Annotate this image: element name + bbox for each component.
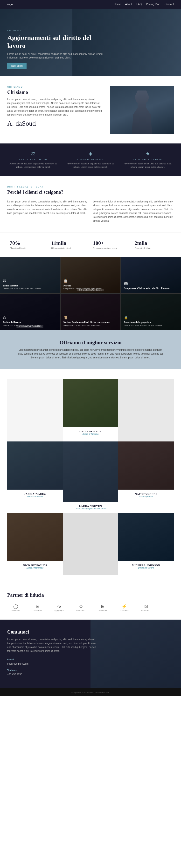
service-card-2[interactable]: 📋 Privato Sample text. Click to select t… <box>60 257 121 293</box>
about-text: Lorem ipsum dolor sit amet, consectetur … <box>7 97 103 117</box>
service-title-3: Sample text. Click to select the Text El… <box>124 287 178 289</box>
about-title: Chi siamo <box>7 90 103 95</box>
team-info-michele: MICHELE JOHNSON Diritto del lavoro <box>118 561 174 572</box>
nav-contact[interactable]: Contact <box>164 3 174 6</box>
service-icon-4: ⚖ <box>3 316 57 320</box>
nav-links: Home About FAQ Pricing Plan Contact <box>114 3 174 6</box>
contact-email-row: E-mail: info@company.com <box>7 657 99 665</box>
best-service-text: Lorem ipsum dolor sit amet, consectetur … <box>18 348 163 360</box>
service-title-2: Privato <box>63 284 118 287</box>
nav-logo: logo <box>7 2 13 6</box>
service-card-1[interactable]: 🏛 Primo servizio Sample text. Click to s… <box>0 257 60 293</box>
stats-section: 70% Clienti soddisfatti 11mila Riferimen… <box>0 232 181 257</box>
hero-section: CHI SIAMO Aggiornamenti sul diritto del … <box>0 9 181 76</box>
stat-number-3: 100+ <box>93 240 130 246</box>
partner-text-6: COMPANY <box>120 610 129 611</box>
team-member-laura: LAURA NGUYEN Diritto della proprietà int… <box>63 441 118 513</box>
why-text-left: Lorem ipsum dolor sit amet, consectetur … <box>7 200 88 223</box>
partner-icon-5: ⊞ <box>101 604 104 609</box>
partner-text-5: COMPANY <box>98 610 107 611</box>
stat-number-4: 2mila <box>135 240 172 246</box>
partner-logo-7: ⊠ COMPANY <box>137 603 154 612</box>
contact-info: E-mail: info@company.com Telefono: +21.4… <box>7 657 99 676</box>
team-member-nick: NICK REYNOLDS Diritto Ambientale <box>7 513 63 575</box>
why-section: DIRITTI LEGALI SPIEGATI Perché i clienti… <box>0 176 181 232</box>
team-role-michele: Diritto del lavoro <box>120 567 172 569</box>
nav-pricing[interactable]: Pricing Plan <box>146 3 160 6</box>
partners-title: Partner di fiducia <box>7 592 174 598</box>
why-label: DIRITTI LEGALI SPIEGATI <box>7 186 174 188</box>
person-photo <box>110 86 174 134</box>
hero-description: Lorem ipsum dolor sit amet, consectetur … <box>7 52 109 59</box>
footer: Sample text. Click to select the Text El… <box>0 688 181 696</box>
about-label: Chi siamo <box>7 86 103 88</box>
service-sample-1: Sample text. Click to select the Text El… <box>3 288 57 290</box>
contact-phone-row: Telefono: +21.456.7890 <box>7 668 99 676</box>
stat-2: 11mila Riferimenti dei clienti <box>49 238 91 252</box>
team-photo-laura <box>63 441 118 502</box>
nav-about[interactable]: About <box>125 3 132 6</box>
partner-text-7: COMPANY <box>141 610 151 611</box>
hero-read-more-button[interactable]: Leggi di più <box>7 63 27 69</box>
about-text-column: Chi siamo Chi siamo Lorem ipsum dolor si… <box>7 86 103 127</box>
team-name-nick: NICK REYNOLDS <box>9 564 61 567</box>
why-header: DIRITTI LEGALI SPIEGATI Perché i clienti… <box>7 186 174 195</box>
partner-logo-1: ◯ COMPANY <box>7 603 24 612</box>
team-member-jack: JACK ALVAREZ Diritto societario <box>7 441 63 513</box>
team-empty-3 <box>63 513 118 575</box>
partner-logo-5: ⊞ COMPANY <box>94 603 111 612</box>
best-service-section: Offriamo il miglior servizio Lorem ipsum… <box>0 330 181 369</box>
about-section: Chi siamo Chi siamo Lorem ipsum dolor si… <box>0 76 181 144</box>
service-title-5: Nozioni fondamentali sul diritto contrat… <box>63 321 118 323</box>
contact-title: Contattaci <box>7 629 99 635</box>
team-empty-2 <box>118 379 174 441</box>
partner-icon-2: ⊟ <box>36 604 39 609</box>
principle-text-3: At vero eos et accusam et justo duo dolo… <box>121 162 174 169</box>
principle-label-3: CHIAVI DEL SUCCESSO <box>121 158 174 161</box>
principle-icon-2: ◈ <box>64 151 117 156</box>
team-role-nat: Difesa penale <box>120 495 172 498</box>
team-name-jack: JACK ALVAREZ <box>9 493 61 495</box>
service-icon-5: 📜 <box>63 316 118 320</box>
service-sample-5: Sample text. Click to select the Text El… <box>63 324 118 327</box>
service-card-3[interactable]: 📖 Sample text. Click to select the Text … <box>121 257 181 293</box>
nav-home[interactable]: Home <box>114 3 121 6</box>
service-sample-6: Sample text. Click to select the Text El… <box>124 324 178 327</box>
principle-item-3: ★ CHIAVI DEL SUCCESSO At vero eos et acc… <box>121 151 174 169</box>
service-title-4: Diritto del lavoro <box>3 321 57 323</box>
team-info-laura: LAURA NGUYEN Diritto della proprietà int… <box>63 502 118 513</box>
why-title: Perché i clienti ci scelgono? <box>7 189 174 195</box>
stat-3: 100+ Riconoscimenti dei premi <box>90 238 132 252</box>
partner-icon-7: ⊠ <box>144 604 148 609</box>
partner-icon-3: ∿ <box>57 603 61 610</box>
partner-logo-3: ∿ COMPANY <box>51 603 68 612</box>
team-role-celia: Diritto di famiglia <box>65 433 116 435</box>
about-image-column <box>110 86 174 134</box>
team-grid: CELIA ALMEDA Diritto di famiglia JACK AL… <box>7 379 174 575</box>
partner-logo-6: ⚡ COMPANY <box>116 603 133 612</box>
team-photo-nat <box>118 441 174 490</box>
service-icon-3: 📖 <box>124 282 178 286</box>
contact-email-value: info@company.com <box>7 662 28 665</box>
stat-label-2: Riferimenti dei clienti <box>51 247 88 250</box>
contact-email-label: E-mail: <box>7 658 15 661</box>
partners-logos: ◯ COMPANY ⊟ COMPANY ∿ COMPANY ⊙ COMPANY … <box>7 603 174 612</box>
nav-faq[interactable]: FAQ <box>136 3 142 6</box>
team-photo-jack <box>7 441 63 490</box>
contact-background <box>90 620 181 688</box>
team-role-laura: Diritto della proprietà intellettuale <box>65 507 116 510</box>
service-card-6[interactable]: 🔒 Protezione della proprietà Sample text… <box>121 294 181 330</box>
service-card-4[interactable]: ⚖ Diritto del lavoro Sample text. Click … <box>0 294 60 330</box>
principle-icon-1: ⚖ <box>7 151 60 156</box>
team-section: CELIA ALMEDA Diritto di famiglia JACK AL… <box>0 369 181 585</box>
hero-tag: CHI SIAMO <box>7 29 109 32</box>
service-card-5[interactable]: 📜 Nozioni fondamentali sul diritto contr… <box>60 294 121 330</box>
team-role-jack: Diritto societario <box>9 495 61 498</box>
service-select-note-2: Click to select the Text Element. <box>77 289 104 291</box>
team-name-celia: CELIA ALMEDA <box>65 430 116 433</box>
why-text-right: Lorem ipsum dolor sit amet, consectetur … <box>93 200 174 223</box>
stat-4: 2mila Esempio di titolo <box>132 238 174 252</box>
footer-text: Sample text. Click to select the Text El… <box>71 691 110 693</box>
stat-label-4: Esempio di titolo <box>135 247 172 250</box>
partner-text-3: COMPANY <box>55 610 64 612</box>
